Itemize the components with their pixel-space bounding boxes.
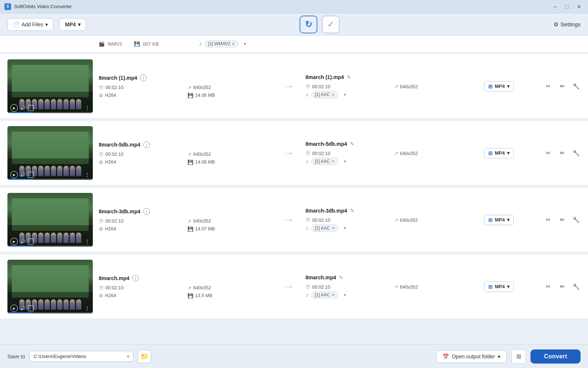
play-button[interactable]: ▶ [10,305,18,312]
file-meta: ⏱ 00:02:10 ↗ 640x352 ⚙ H264 💾 14.06 MB [99,152,271,165]
format-selector-button[interactable]: MP4 ▾ [59,18,86,31]
codec-meta: ⚙ H264 [99,93,183,98]
play-button[interactable]: ▶ [10,104,18,112]
actions-col: ✂ ✏ 🔧 [543,281,581,292]
action-row-1: ✂ ✏ 🔧 [542,148,582,159]
thumbnail: ▶ 🔊 ⋮ [7,193,93,247]
resolution-value: 640x352 [193,285,211,290]
grid-view-button[interactable]: ⊞ [511,349,526,364]
calendar-icon: 📅 [442,354,449,359]
file-meta: ⏱ 00:02:10 ↗ 640x352 ⚙ H264 💾 14.07 MB [99,218,271,232]
partial-audio-remove[interactable]: ✕ [232,42,235,46]
format-chevron-icon: ▾ [78,22,81,27]
play-button[interactable]: ▶ [10,238,18,245]
settings-button[interactable]: 🔧 [571,214,582,226]
output-format-button[interactable]: ⊞ MP4 ▾ [484,215,514,225]
info-icon[interactable]: i [140,75,147,81]
progress-fill [7,312,33,313]
audio-remove-button[interactable]: ✕ [331,92,335,97]
partial-audio-dropdown[interactable]: ▾ [241,40,249,47]
rotate-icon: ↻ [305,19,312,30]
more-icon[interactable]: ⋮ [85,239,90,244]
check-mode-button[interactable]: ✓ [322,16,340,33]
convert-button[interactable]: Convert [530,349,581,364]
arrow-col: → [277,146,300,160]
audio-dropdown-button[interactable]: ▾ [341,91,349,98]
audio-remove-button[interactable]: ✕ [331,293,335,298]
edit-button[interactable]: ✏ [556,281,568,292]
output-name-row: 8march (1).mp4 ✎ [306,74,478,80]
edit-button[interactable]: ✏ [556,214,568,226]
edit-icon[interactable]: ✎ [339,275,343,280]
duration-meta: ⏱ 00:02:10 [99,285,183,291]
edit-icon[interactable]: ✎ [350,141,355,147]
arrow-col: → [277,213,300,227]
thumbnail: ▶ 🔊 ⋮ [7,59,93,113]
convert-mode-button[interactable]: ↻ [300,16,317,33]
maximize-button[interactable]: □ [563,2,572,11]
format-btn-chevron-icon: ▾ [507,217,510,223]
disk-icon: 💾 [187,160,193,165]
format-grid-icon: ⊞ [488,150,493,156]
audio-dropdown-button[interactable]: ▾ [341,224,349,232]
volume-icon[interactable]: 🔊 [20,105,26,111]
output-format-label: MP4 [495,284,505,289]
minimize-button[interactable]: ─ [551,2,560,11]
settings-label: Settings [561,21,581,27]
output-resize-icon: ↗ [394,151,398,156]
settings-button[interactable]: ⚙ Settings [553,21,581,28]
more-icon[interactable]: ⋮ [85,305,90,311]
add-files-button[interactable]: 📄 Add Files ▾ [7,18,53,31]
close-button[interactable]: ✕ [575,2,584,11]
info-icon[interactable]: i [143,208,150,215]
browse-folder-button[interactable]: 📁 [138,350,151,363]
volume-icon[interactable]: 🔊 [20,239,26,244]
output-format-button[interactable]: ⊞ MP4 ▾ [484,148,514,158]
output-resolution-meta: ↗ 640x352 [394,84,478,89]
edit-icon[interactable]: ✎ [350,208,355,214]
save-to-label: Save to [7,354,25,359]
scissors-button[interactable]: ✂ [542,214,553,226]
audio-remove-button[interactable]: ✕ [331,226,335,231]
output-format-button[interactable]: ⊞ MP4 ▾ [484,282,514,292]
settings-button[interactable]: 🔧 [571,148,582,159]
app-icon: S [4,3,11,10]
settings-button[interactable]: 🔧 [571,281,582,292]
arrow-right-icon: → [282,79,294,93]
settings-button[interactable]: 🔧 [571,81,582,92]
output-duration: 00:02:10 [312,84,330,89]
scissors-button[interactable]: ✂ [542,148,553,159]
edit-button[interactable]: ✏ [556,81,568,92]
actions-col: ✂ ✏ 🔧 [543,214,581,226]
info-icon[interactable]: i [132,275,139,282]
audio-dropdown-button[interactable]: ▾ [341,291,349,299]
scissors-button[interactable]: ✂ [542,281,553,292]
file-info-left: 8march-5db.mp4 i ⏱ 00:02:10 ↗ 640x352 ⚙ … [93,141,277,165]
audio-dropdown-button[interactable]: ▾ [341,158,349,165]
audio-remove-button[interactable]: ✕ [331,159,335,164]
output-format-button[interactable]: ⊞ MP4 ▾ [484,81,514,92]
file-name-row: 8march-3db.mp4 i [99,208,271,215]
output-duration-meta: ⏱ 00:02:10 [306,151,390,156]
settings-icon: ⚙ [553,21,558,28]
info-icon[interactable]: i [143,141,150,148]
frame-icon [28,105,34,111]
more-icon[interactable]: ⋮ [85,172,90,178]
thumb-controls: ▶ 🔊 ⋮ [7,238,93,245]
edit-button[interactable]: ✏ [556,148,568,159]
more-icon[interactable]: ⋮ [85,105,90,111]
volume-icon[interactable]: 🔊 [20,172,26,177]
thumb-controls: ▶ 🔊 ⋮ [7,104,93,112]
edit-icon[interactable]: ✎ [347,74,351,80]
open-output-button[interactable]: 📅 Open output folder ▾ [436,350,507,363]
partial-file-row: 🎬 WMV2 💾 007 KB ♪ [1] WMAV2 ✕ ▾ [0,36,588,54]
audio-badge: [1] AAC ✕ [311,91,338,98]
output-clock-icon: ⏱ [306,284,310,290]
file-info-right: 8march-3db.mp4 ✎ ⏱ 00:02:10 ↗ 640x352 ♪ [300,208,484,232]
resize-icon: ↗ [187,218,192,224]
save-path-input[interactable]: C:\Users\Eugene\Videos ▾ [29,351,133,362]
add-icon: 📄 [13,22,19,27]
play-button[interactable]: ▶ [10,171,18,178]
scissors-button[interactable]: ✂ [542,81,553,92]
volume-icon[interactable]: 🔊 [20,306,26,311]
